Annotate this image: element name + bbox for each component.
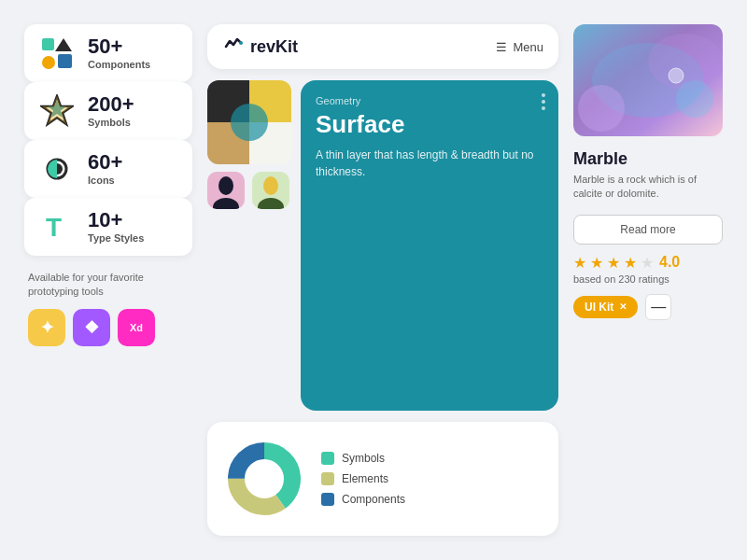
svg-rect-0 [42, 38, 54, 50]
stat-text-icons: 60+ Icons [88, 151, 122, 187]
tag-close-icon[interactable]: ✕ [619, 301, 627, 312]
marble-description: Marble is a rock which is of calcite or … [573, 173, 723, 202]
donut-legend: Symbols Elements Components [321, 452, 405, 506]
legend-label-components: Components [342, 493, 405, 506]
legend-item-elements: Elements [321, 472, 405, 485]
svg-point-33 [648, 34, 723, 90]
legend-item-symbols: Symbols [321, 452, 405, 465]
svg-point-30 [246, 460, 283, 497]
menu-button[interactable]: ☰ Menu [496, 40, 543, 54]
ui-kit-tag[interactable]: UI Kit ✕ [573, 296, 638, 318]
dot3 [542, 106, 545, 110]
revkit-title: revKit [250, 37, 298, 57]
legend-color-components [321, 493, 334, 506]
tool-icon-sketch[interactable]: ✦ [28, 309, 65, 346]
star-5: ★ [641, 254, 654, 272]
thumb-main-art [207, 80, 291, 164]
stat-icon-symbols [37, 91, 77, 131]
donut-chart [222, 437, 306, 521]
stat-icon-types: T [37, 207, 77, 246]
legend-label-symbols: Symbols [342, 452, 385, 465]
stat-card-icons: 60+ Icons [24, 140, 192, 198]
rating-section: ★ ★ ★ ★ ★ 4.0 based on 230 ratings [573, 254, 723, 285]
stat-text-symbols: 200+ Symbols [88, 93, 134, 129]
svg-text:T: T [46, 213, 62, 242]
tools-icons: ✦❖Xd [28, 309, 189, 346]
stat-card-components: 50+ Components [24, 24, 192, 82]
tools-section: Available for your favorite prototyping … [24, 263, 192, 354]
thumb-portrait1-art [207, 172, 245, 209]
svg-point-25 [263, 176, 278, 195]
gallery-section: Geometry Surface A thin layer that has l… [207, 80, 558, 411]
donut-svg [222, 437, 306, 521]
stat-label-components: Components [88, 58, 150, 71]
rating-score: 4.0 [659, 254, 680, 271]
stars-row: ★ ★ ★ ★ ★ 4.0 [573, 254, 723, 272]
stat-label-symbols: Symbols [88, 116, 134, 129]
legend-item-components: Components [321, 493, 405, 506]
read-more-button[interactable]: Read more [573, 215, 723, 245]
hamburger-icon: ☰ [496, 40, 507, 54]
revkit-header: revKit ☰ Menu [207, 24, 558, 69]
svg-point-20 [231, 104, 268, 141]
star-2: ★ [590, 254, 603, 272]
stats-column: 50+ Components 200+ Symbols 60+ Icons T … [24, 24, 192, 536]
svg-marker-1 [55, 38, 72, 51]
tag-row: UI Kit ✕ — [573, 294, 723, 320]
legend-color-elements [321, 472, 334, 485]
marble-title: Marble [573, 149, 723, 169]
tool-icon-figma[interactable]: ❖ [73, 309, 110, 346]
svg-point-35 [676, 80, 713, 118]
svg-point-2 [42, 56, 55, 69]
tag-label: UI Kit [585, 301, 613, 314]
legend-color-symbols [321, 452, 334, 465]
star-1: ★ [573, 254, 586, 272]
star-3: ★ [607, 254, 620, 272]
right-column: Marble Marble is a rock which is of calc… [573, 24, 723, 536]
stat-label-types: Type Styles [88, 231, 144, 245]
stat-number-components: 50+ [88, 35, 150, 58]
svg-point-13 [239, 41, 243, 45]
stat-number-symbols: 200+ [88, 93, 134, 116]
svg-rect-3 [58, 54, 72, 68]
middle-column: revKit ☰ Menu [207, 24, 558, 536]
thumbnails [207, 80, 291, 411]
svg-point-34 [578, 85, 625, 132]
tools-label: Available for your favorite prototyping … [28, 271, 189, 300]
stat-number-icons: 60+ [88, 151, 122, 174]
thumb-portrait1[interactable] [207, 172, 245, 209]
revkit-logo-icon [222, 35, 245, 58]
svg-point-22 [218, 176, 233, 195]
stat-label-icons: Icons [88, 174, 122, 187]
stat-text-components: 50+ Components [88, 35, 150, 71]
geometry-category: Geometry [316, 95, 543, 106]
geometry-title: Surface [316, 110, 543, 139]
star-4: ★ [624, 254, 637, 272]
stat-number-types: 10+ [88, 209, 144, 231]
thumb-main[interactable] [207, 80, 291, 164]
donut-card: Symbols Elements Components [207, 422, 558, 536]
stat-card-types: T 10+ Type Styles [24, 198, 192, 256]
geometry-card: Geometry Surface A thin layer that has l… [301, 80, 558, 411]
thumb-portrait2[interactable] [252, 172, 289, 209]
thumb-row [207, 172, 291, 209]
revkit-logo: revKit [222, 35, 298, 58]
thumb-portrait2-art [252, 172, 289, 209]
minus-button[interactable]: — [645, 294, 671, 320]
rating-label: based on 230 ratings [573, 273, 723, 285]
stat-card-symbols: 200+ Symbols [24, 82, 192, 140]
menu-label: Menu [513, 40, 543, 54]
stat-icon-components [37, 34, 77, 73]
tool-icon-xd[interactable]: Xd [118, 309, 155, 346]
marble-info: Marble Marble is a rock which is of calc… [573, 146, 723, 205]
stat-icon-icons [37, 149, 77, 189]
legend-label-elements: Elements [342, 472, 388, 485]
marble-image [573, 24, 723, 136]
stat-text-types: 10+ Type Styles [88, 209, 144, 245]
marble-texture [573, 24, 723, 136]
svg-point-36 [669, 68, 684, 83]
geometry-desc: A thin layer that has length & breadth b… [316, 147, 543, 180]
